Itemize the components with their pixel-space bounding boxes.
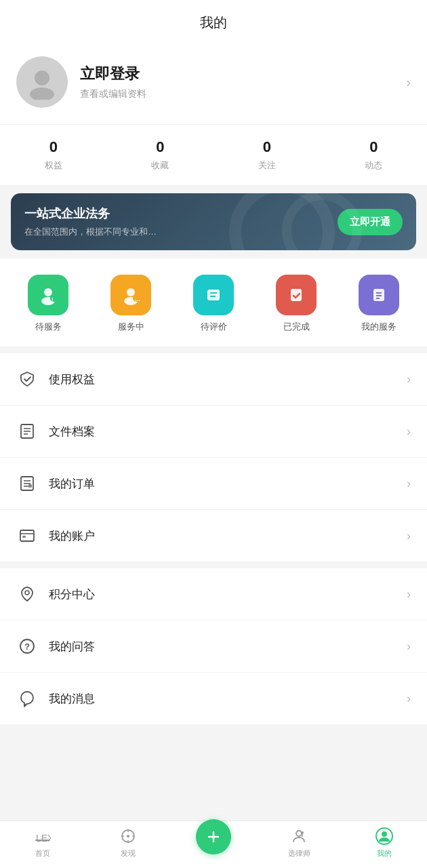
menu-rights[interactable]: 使用权益 › — [0, 353, 427, 406]
messages-icon — [16, 688, 38, 709]
home-icon: LEX — [33, 827, 52, 846]
nav-lawyer-label: 选律师 — [288, 848, 310, 859]
svg-text:?: ? — [24, 642, 30, 652]
banner-title: 一站式企业法务 — [24, 205, 338, 222]
svg-point-1 — [30, 87, 54, 100]
svg-rect-34 — [35, 840, 50, 841]
mine-icon — [375, 827, 394, 846]
svg-point-6 — [127, 288, 135, 296]
service-row: ! 待服务 … 服务中 — [0, 258, 427, 347]
service-pending[interactable]: ! 待服务 — [28, 275, 68, 333]
nav-discover[interactable]: 发现 — [85, 827, 171, 859]
nav-home-label: 首页 — [35, 848, 50, 859]
lawyer-icon — [289, 827, 308, 846]
service-to-review[interactable]: 待评价 — [193, 275, 234, 333]
points-label: 积分中心 — [49, 587, 407, 602]
stat-rights[interactable]: 0 权益 — [0, 138, 107, 172]
messages-arrow-icon: › — [407, 692, 411, 706]
menu-group-2: 积分中心 › ? 我的问答 › 我的消息 › — [0, 568, 427, 724]
files-label: 文件档案 — [49, 424, 407, 439]
svg-text:LEX: LEX — [36, 833, 51, 844]
menu-points[interactable]: 积分中心 › — [0, 568, 427, 620]
orders-icon — [16, 473, 38, 494]
menu-group-1: 使用权益 › 文件档案 › — [0, 353, 427, 561]
profile-section[interactable]: 立即登录 查看或编辑资料 › — [0, 43, 427, 124]
banner-desc: 在全国范围内，根据不同专业和… — [24, 226, 338, 238]
rights-arrow-icon: › — [407, 372, 411, 387]
nav-discover-label: 发现 — [121, 848, 136, 859]
svg-text:!: ! — [52, 296, 54, 302]
stat-dynamic[interactable]: 0 动态 — [321, 138, 428, 172]
svg-rect-27 — [20, 530, 34, 541]
files-arrow-icon: › — [407, 425, 411, 439]
qa-icon: ? — [16, 635, 38, 657]
avatar — [16, 56, 68, 108]
stats-row: 0 权益 0 收藏 0 关注 0 动态 — [0, 124, 427, 185]
menu-files[interactable]: 文件档案 › — [0, 406, 427, 458]
my-service-label: 我的服务 — [361, 321, 396, 333]
profile-info: 立即登录 查看或编辑资料 — [80, 64, 394, 100]
svg-rect-29 — [22, 536, 26, 538]
svg-rect-13 — [291, 289, 302, 301]
stat-collect[interactable]: 0 收藏 — [107, 138, 214, 172]
service-my-service[interactable]: 我的服务 — [359, 275, 399, 333]
account-icon — [16, 525, 38, 547]
menu-messages[interactable]: 我的消息 › — [0, 673, 427, 724]
stat-follow[interactable]: 0 关注 — [214, 138, 321, 172]
pending-label: 待服务 — [35, 321, 62, 333]
svg-point-2 — [44, 288, 52, 296]
orders-arrow-icon: › — [407, 477, 411, 491]
pending-icon-wrap: ! — [28, 275, 68, 315]
nav-mine[interactable]: 我的 — [342, 827, 427, 859]
svg-text:…: … — [135, 296, 141, 302]
profile-name: 立即登录 — [80, 64, 394, 84]
orders-label: 我的订单 — [49, 476, 407, 492]
qa-arrow-icon: › — [407, 639, 411, 654]
enterprise-banner[interactable]: 一站式企业法务 在全国范围内，根据不同专业和… 立即开通 — [11, 193, 416, 250]
section-divider-1 — [0, 347, 427, 353]
nav-lawyer[interactable]: 选律师 — [256, 827, 342, 859]
to-review-label: 待评价 — [201, 321, 227, 333]
nav-plus[interactable] — [171, 831, 256, 854]
page-title: 我的 — [0, 0, 427, 43]
svg-point-47 — [382, 831, 387, 837]
profile-sub: 查看或编辑资料 — [80, 88, 394, 100]
menu-orders[interactable]: 我的订单 › — [0, 458, 427, 510]
svg-rect-26 — [28, 484, 32, 488]
svg-rect-10 — [207, 290, 220, 300]
messages-label: 我的消息 — [49, 691, 407, 707]
in-service-icon-wrap: … — [110, 275, 151, 315]
account-arrow-icon: › — [407, 529, 411, 543]
plus-button[interactable] — [196, 819, 231, 854]
svg-point-43 — [296, 831, 302, 836]
my-service-icon-wrap — [359, 275, 399, 315]
svg-point-0 — [35, 71, 49, 85]
rights-icon — [16, 368, 38, 390]
in-service-label: 服务中 — [118, 321, 144, 333]
service-completed[interactable]: 已完成 — [276, 275, 317, 333]
banner-open-button[interactable]: 立即开通 — [338, 209, 403, 235]
nav-home[interactable]: LEX 首页 — [0, 827, 85, 859]
points-arrow-icon: › — [407, 587, 411, 601]
menu-qa[interactable]: ? 我的问答 › — [0, 620, 427, 673]
nav-mine-label: 我的 — [377, 848, 392, 859]
banner-text: 一站式企业法务 在全国范围内，根据不同专业和… — [24, 205, 338, 238]
to-review-icon-wrap — [193, 275, 234, 315]
section-divider-2 — [0, 561, 427, 568]
profile-arrow-icon: › — [406, 75, 411, 90]
points-icon — [16, 583, 38, 605]
qa-label: 我的问答 — [49, 639, 407, 654]
svg-point-30 — [25, 591, 29, 595]
menu-account[interactable]: 我的账户 › — [0, 510, 427, 561]
files-icon — [16, 420, 38, 442]
bottom-nav: LEX 首页 发现 — [0, 821, 427, 868]
account-label: 我的账户 — [49, 528, 407, 544]
svg-point-36 — [127, 835, 129, 837]
rights-label: 使用权益 — [49, 372, 407, 387]
discover-icon — [119, 827, 138, 846]
completed-label: 已完成 — [283, 321, 310, 333]
service-in-service[interactable]: … 服务中 — [110, 275, 151, 333]
svg-point-44 — [301, 831, 304, 834]
completed-icon-wrap — [276, 275, 317, 315]
